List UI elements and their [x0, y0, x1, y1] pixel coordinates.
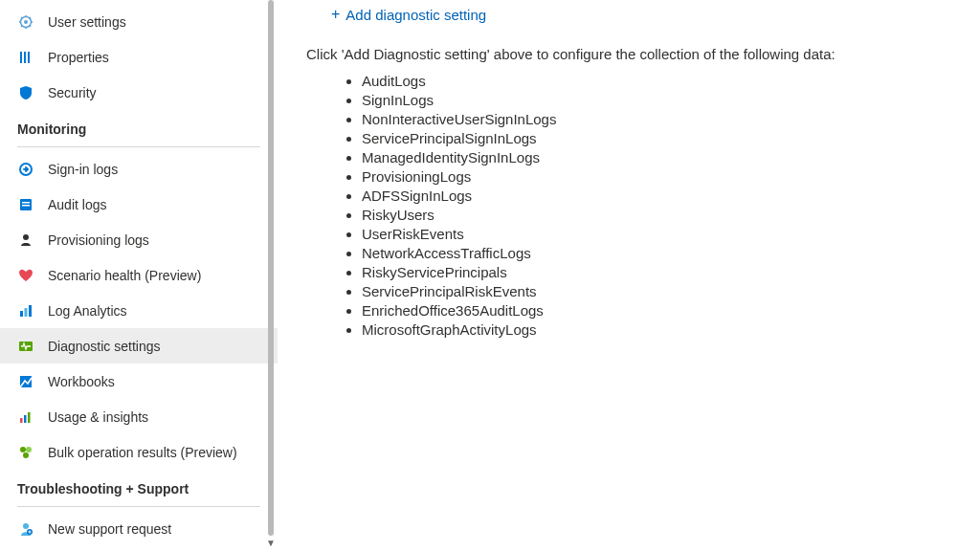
list-item: UserRiskEvents	[362, 225, 961, 244]
section-header-monitoring: Monitoring	[0, 110, 278, 143]
list-item: EnrichedOffice365AuditLogs	[362, 301, 961, 320]
shield-icon	[17, 84, 34, 101]
svg-rect-15	[20, 418, 23, 423]
health-icon	[17, 267, 34, 284]
svg-rect-2	[20, 52, 22, 63]
svg-point-1	[24, 20, 28, 24]
sidebar-item-label: New support request	[48, 521, 171, 537]
divider	[17, 146, 260, 147]
svg-point-20	[23, 452, 29, 458]
gear-user-icon	[17, 13, 34, 31]
sidebar-item-label: Security	[48, 85, 97, 100]
list-item: ServicePrincipalSignInLogs	[362, 129, 961, 148]
scroll-down-icon[interactable]: ▼	[264, 538, 278, 551]
list-item: AuditLogs	[362, 72, 961, 91]
sidebar-item-label: Workbooks	[48, 374, 115, 389]
section-header-troubleshoot: Troubleshooting + Support	[0, 470, 278, 502]
sidebar-item-label: Audit logs	[48, 197, 106, 212]
svg-point-9	[23, 234, 29, 240]
provisioning-icon	[17, 231, 34, 249]
divider	[17, 506, 260, 507]
svg-rect-16	[24, 415, 27, 423]
svg-rect-3	[24, 52, 26, 63]
sidebar-item-scenario-health[interactable]: Scenario health (Preview)	[0, 257, 278, 293]
svg-rect-12	[29, 305, 32, 317]
sidebar-item-label: Log Analytics	[48, 303, 127, 319]
sidebar-item-label: User settings	[48, 14, 126, 30]
sidebar-item-workbooks[interactable]: Workbooks	[0, 364, 278, 399]
support-icon	[17, 520, 34, 538]
sidebar-item-usage-insights[interactable]: Usage & insights	[0, 399, 278, 434]
list-item: MicrosoftGraphActivityLogs	[362, 320, 961, 340]
sidebar-item-audit-logs[interactable]: Audit logs	[0, 187, 278, 222]
sidebar-item-new-support[interactable]: New support request	[0, 511, 278, 546]
bulk-icon	[17, 444, 34, 461]
svg-point-19	[26, 447, 32, 452]
description-text: Click 'Add Diagnostic setting' above to …	[306, 46, 961, 62]
sidebar-item-label: Properties	[48, 50, 109, 65]
sidebar: User settings Properties Security Monito…	[0, 0, 278, 551]
list-item: SignInLogs	[362, 91, 961, 110]
sidebar-item-provisioning-logs[interactable]: Provisioning logs	[0, 222, 278, 257]
list-item: NonInteractiveUserSignInLogs	[362, 110, 961, 129]
svg-rect-7	[22, 202, 30, 204]
insights-icon	[17, 408, 34, 426]
plus-icon: +	[331, 6, 340, 23]
sidebar-item-signin-logs[interactable]: Sign-in logs	[0, 151, 278, 187]
data-types-list: AuditLogs SignInLogs NonInteractiveUserS…	[345, 72, 961, 340]
svg-rect-17	[28, 412, 31, 423]
svg-rect-4	[28, 52, 30, 63]
diagnostic-icon	[17, 338, 34, 355]
svg-point-18	[20, 447, 26, 452]
sidebar-item-diagnostic-settings[interactable]: Diagnostic settings	[0, 328, 278, 364]
sidebar-item-bulk-operation[interactable]: Bulk operation results (Preview)	[0, 434, 278, 470]
list-item: ServicePrincipalRiskEvents	[362, 282, 961, 301]
sidebar-item-label: Provisioning logs	[48, 232, 149, 248]
sidebar-item-label: Bulk operation results (Preview)	[48, 445, 237, 460]
svg-rect-10	[20, 311, 23, 317]
svg-rect-11	[25, 308, 28, 317]
sidebar-item-label: Diagnostic settings	[48, 339, 161, 354]
list-item: ADFSSignInLogs	[362, 187, 961, 206]
sidebar-item-security[interactable]: Security	[0, 75, 278, 110]
sidebar-item-label: Sign-in logs	[48, 162, 118, 177]
list-item: ProvisioningLogs	[362, 167, 961, 187]
scrollbar[interactable]	[268, 0, 274, 536]
list-item: RiskyUsers	[362, 206, 961, 225]
svg-point-21	[23, 523, 29, 529]
sidebar-item-log-analytics[interactable]: Log Analytics	[0, 293, 278, 328]
list-item: NetworkAccessTrafficLogs	[362, 244, 961, 263]
signin-icon	[17, 161, 34, 178]
sidebar-item-user-settings[interactable]: User settings	[0, 4, 278, 39]
workbooks-icon	[17, 373, 34, 390]
add-diagnostic-label: Add diagnostic setting	[345, 7, 486, 23]
log-analytics-icon	[17, 302, 34, 320]
main-content: + Add diagnostic setting Click 'Add Diag…	[278, 0, 980, 551]
audit-icon	[17, 196, 34, 213]
properties-icon	[17, 49, 34, 66]
sidebar-item-label: Usage & insights	[48, 409, 148, 425]
list-item: RiskyServicePrincipals	[362, 263, 961, 282]
list-item: ManagedIdentitySignInLogs	[362, 148, 961, 167]
svg-rect-8	[22, 205, 30, 207]
add-diagnostic-button[interactable]: + Add diagnostic setting	[331, 6, 486, 23]
sidebar-item-label: Scenario health (Preview)	[48, 268, 201, 283]
sidebar-item-properties[interactable]: Properties	[0, 39, 278, 75]
